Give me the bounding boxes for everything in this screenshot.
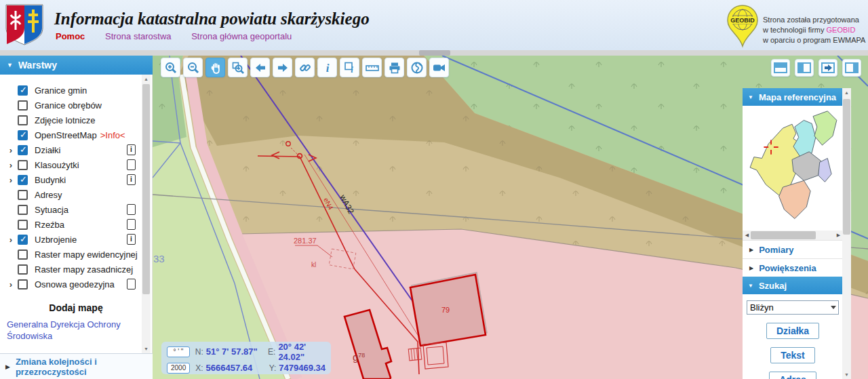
expand-top-panel-button[interactable] — [771, 59, 790, 77]
doc-icon[interactable] — [127, 219, 136, 230]
sidebar-footer: ▶ Zmiana kolejności i przezroczystości — [0, 353, 153, 379]
expand-left-panel-button[interactable] — [795, 59, 814, 77]
layers-panel-title: Warstwy — [18, 60, 57, 71]
layer-checkbox[interactable] — [18, 220, 28, 230]
layer-checkbox[interactable] — [18, 175, 28, 185]
layer-label: OpenStreetMap — [35, 130, 97, 140]
gdos-link[interactable]: Generalna Dyrekcja Ochrony Środowiska — [0, 319, 129, 342]
pan-hand-button[interactable] — [205, 58, 225, 77]
reference-map-header[interactable]: ▼ Mapa referencyjna — [743, 88, 843, 106]
header-nav: Pomoc Strona starostwa Strona główna geo… — [56, 31, 309, 41]
szukaj-title: Szukaj — [759, 281, 787, 291]
h-scrollbar-thumb[interactable] — [751, 231, 816, 239]
layer-row: ›Budynkii — [5, 172, 152, 187]
section-pomiary[interactable]: ▶ Pomiary — [743, 240, 843, 258]
layer-row: ›Działkii — [5, 142, 152, 157]
zoom-in-button[interactable] — [161, 58, 180, 77]
back-arrow-button[interactable] — [250, 58, 270, 77]
layer-label: Działki — [35, 145, 60, 155]
doc-icon[interactable] — [127, 204, 136, 215]
layer-row: OpenStreetMap>Info< — [5, 127, 152, 142]
measure-ruler-button[interactable] — [362, 58, 382, 77]
layers-panel-header[interactable]: ▼ Warstwy — [0, 56, 153, 75]
layer-label: Adresy — [35, 190, 62, 200]
info-button[interactable]: i — [317, 58, 337, 77]
powiekszenia-title: Powiększenia — [759, 263, 816, 273]
print-button[interactable] — [384, 58, 404, 77]
search-tekst-button[interactable]: Tekst — [770, 347, 815, 363]
layers-sidebar: ▼ Warstwy Granice gminGranice obrębówZdj… — [0, 56, 153, 379]
scrollbar-thumb[interactable] — [843, 99, 850, 235]
search-area-select[interactable]: Bliżyn — [747, 300, 839, 315]
select-info-button[interactable]: i — [340, 58, 359, 77]
szukaj-header[interactable]: ▼ Szukaj — [743, 277, 843, 294]
globe-button[interactable] — [407, 58, 427, 77]
doc-info-icon[interactable]: i — [127, 144, 136, 155]
sidebar-scrollbar[interactable]: ▲ ▼ — [142, 75, 151, 353]
layer-info-link[interactable]: >Info< — [100, 130, 125, 140]
expand-chevron-icon[interactable]: › — [5, 279, 16, 290]
doc-icon[interactable] — [127, 159, 136, 170]
right-panel-scrollbar[interactable]: ▲ ▼ — [842, 88, 851, 379]
layer-checkbox[interactable] — [18, 160, 28, 170]
collapse-right-panel-button[interactable] — [818, 59, 837, 77]
layer-label: Uzbrojenie — [35, 235, 77, 245]
layer-checkbox[interactable] — [18, 205, 28, 215]
layer-checkbox[interactable] — [18, 130, 28, 140]
nav-starostwo-link[interactable]: Strona starostwa — [105, 31, 172, 41]
chevron-down-icon: ▼ — [748, 94, 753, 100]
y-coordinate-value: 7479469.34 — [279, 363, 326, 373]
layer-checkbox[interactable] — [18, 100, 28, 111]
doc-info-icon[interactable]: i — [127, 174, 136, 185]
link-button[interactable] — [295, 58, 315, 77]
zoom-window-button[interactable] — [228, 58, 248, 77]
layer-label: Osnowa geodezyjna — [35, 279, 115, 290]
layer-checkbox[interactable] — [18, 279, 28, 290]
layer-checkbox[interactable] — [18, 115, 28, 125]
layer-label: Rzeźba — [35, 220, 64, 230]
reference-minimap[interactable] — [743, 106, 843, 231]
section-powiekszenia[interactable]: ▶ Powiększenia — [743, 258, 843, 277]
expand-right-panel-button[interactable] — [842, 59, 861, 77]
forward-arrow-button[interactable] — [273, 58, 292, 77]
scroll-down-icon[interactable]: ▼ — [842, 370, 851, 379]
layer-list: Granice gminGranice obrębówZdjęcie lotni… — [0, 75, 152, 292]
layer-checkbox[interactable] — [18, 250, 28, 260]
expand-chevron-icon[interactable]: › — [5, 175, 16, 185]
expand-chevron-icon[interactable]: › — [5, 145, 16, 155]
chevron-right-icon: ▶ — [749, 247, 753, 253]
crs-2000-button[interactable]: 2000 — [167, 363, 190, 374]
coordinate-readout: ° ' " N: 51° 7' 57.87" E: 20° 42' 24.02"… — [161, 342, 331, 374]
reference-map-title: Mapa referencyjna — [759, 92, 836, 102]
geobid-link[interactable]: GEOBID — [827, 26, 856, 34]
layer-row: Sytuacja — [5, 202, 152, 217]
layer-checkbox[interactable] — [18, 85, 28, 96]
dms-toggle-button[interactable]: ° ' " — [167, 346, 190, 357]
layer-checkbox[interactable] — [18, 145, 28, 155]
layer-checkbox[interactable] — [18, 190, 28, 200]
scrollbar-thumb[interactable] — [142, 84, 150, 294]
doc-icon[interactable] — [127, 279, 136, 290]
chevron-right-icon: ▶ — [5, 363, 10, 370]
building-79-label: 79 — [441, 306, 450, 314]
scroll-up-icon[interactable]: ▲ — [142, 75, 151, 83]
scroll-up-icon[interactable]: ▲ — [842, 88, 851, 97]
order-transparency-link[interactable]: Zmiana kolejności i przezroczystości — [16, 357, 131, 377]
nav-pomoc-link[interactable]: Pomoc — [56, 31, 85, 41]
latitude-value: 51° 7' 57.87" — [206, 346, 258, 357]
kl-label: kl — [311, 261, 316, 268]
layer-checkbox[interactable] — [18, 235, 28, 245]
camera-button[interactable] — [429, 58, 449, 77]
search-dzialka-button[interactable]: Działka — [766, 323, 819, 339]
zoom-out-button[interactable] — [183, 58, 203, 77]
search-adres-button[interactable]: Adres — [769, 372, 816, 379]
nav-geoportal-link[interactable]: Strona główna geoportalu — [191, 31, 292, 41]
doc-info-icon[interactable]: i — [127, 234, 136, 245]
layer-row: Raster mapy ewidencyjnej — [5, 247, 152, 262]
expand-chevron-icon[interactable]: › — [5, 160, 16, 170]
expand-chevron-icon[interactable]: › — [5, 235, 16, 245]
header-collapse-handle[interactable] — [419, 50, 450, 56]
minimap-h-scrollbar[interactable]: ◀ ▶ — [743, 231, 843, 240]
scroll-down-icon[interactable]: ▼ — [142, 344, 151, 353]
layer-checkbox[interactable] — [18, 264, 28, 275]
